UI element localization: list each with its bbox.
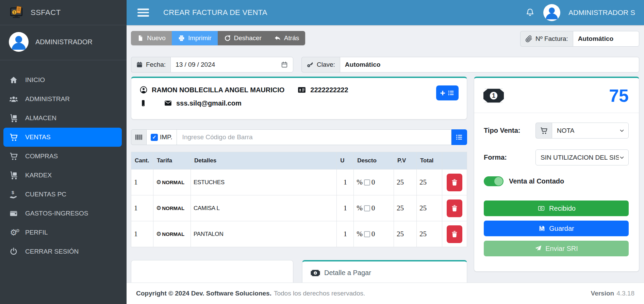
col-cant: Cant. (131, 152, 153, 170)
recibido-button[interactable]: Recibido (484, 201, 629, 216)
atras-button[interactable]: Atrás (268, 31, 305, 45)
sidebar-item-cerrar-sesion[interactable]: CERRAR SESIÓN (3, 242, 122, 261)
date-picker-icon[interactable] (281, 61, 288, 68)
cell-pv: 25 (394, 221, 417, 247)
toolbar-button-group: Nuevo Imprimir Deshacer Atrás (131, 31, 305, 45)
sidebar-item-gastos-ingresos[interactable]: GASTOS-INGRESOS (3, 204, 122, 223)
forma-select[interactable]: SIN UTILIZACION DEL SIS (535, 149, 629, 165)
content: Nuevo Imprimir Deshacer Atrás (127, 25, 644, 283)
user-avatar[interactable] (543, 4, 560, 21)
venta-contado-row: Venta al Contado (484, 176, 629, 186)
cell-pv: 25 (394, 195, 417, 221)
sidebar-item-label: ALMACEN (25, 114, 56, 122)
sidebar-item-inicio[interactable]: INICIO (3, 70, 122, 90)
fecha-input[interactable] (176, 61, 250, 68)
client-email: sss.silq@gmail.com (176, 99, 242, 107)
sidebar-user-panel: ADMINISTRADOR (0, 25, 127, 60)
delete-row-button[interactable] (447, 225, 462, 243)
guardar-button[interactable]: Guardar (484, 221, 629, 236)
id-card-icon (297, 85, 306, 94)
invoice-total: 75 (609, 87, 629, 105)
imp-checkbox-group: ✓ IMP. (147, 129, 177, 145)
client-info: RAMON NOBLECILLA ANGEL MAURICIO 22222222… (139, 85, 348, 112)
detalle-a-pagar-card: 0 Detalle a Pagar (302, 260, 467, 283)
imprimir-button[interactable]: Imprimir (172, 31, 218, 45)
sidebar-item-label: CERRAR SESIÓN (25, 248, 79, 255)
navbar-username[interactable]: ADMINISTRADOR S (568, 9, 635, 17)
brand[interactable]: $ SSFACT (0, 0, 127, 25)
dolly-icon (8, 171, 19, 180)
paperclip-icon (525, 35, 532, 43)
users-icon (8, 94, 19, 104)
brand-name: SSFACT (31, 8, 61, 17)
cell-pv: 25 (394, 170, 417, 195)
deshacer-button[interactable]: Deshacer (218, 31, 268, 45)
gear-icon: ⚙ (156, 231, 161, 237)
tipo-venta-row: Tipo Venta: NOTA (484, 123, 629, 139)
detalle-title: Detalle a Pagar (324, 269, 371, 277)
percent-sign: % (357, 178, 363, 187)
add-client-list-button[interactable]: + (436, 85, 459, 100)
sidebar-item-label: VENTAS (25, 133, 51, 141)
cell-cant: 1 (131, 170, 153, 195)
sidebar-item-label: INICIO (25, 76, 45, 84)
cell-tarifa[interactable]: ⚙NORMAL (153, 195, 191, 221)
gear-icon: ⚙ (156, 179, 161, 185)
svg-text:1: 1 (492, 92, 495, 99)
copyright: Copyright © 2024 Dev. Software Solucione… (136, 290, 365, 297)
sidebar-item-kardex[interactable]: KARDEX (3, 166, 122, 185)
summary-header: 1 75 (474, 78, 639, 113)
barcode-icon (131, 129, 147, 145)
descto-checkbox[interactable] (364, 179, 370, 186)
nuevo-button[interactable]: Nuevo (131, 31, 172, 45)
imp-checkbox[interactable]: ✓ (151, 134, 158, 141)
clave-value[interactable]: Automático (340, 57, 639, 73)
cart-icon (8, 133, 19, 142)
factura-group: Nº Factura: Automático (520, 31, 639, 47)
sidebar-item-compras[interactable]: COMPRAS (3, 147, 122, 166)
delete-row-button[interactable] (447, 174, 462, 191)
sidebar-item-administrar[interactable]: ADMINISTRAR (3, 90, 122, 109)
product-list-button[interactable] (451, 129, 467, 145)
sidebar-item-cuentas-pc[interactable]: $ CUENTAS PC (3, 185, 122, 204)
trash-icon (450, 204, 459, 212)
trash-icon (450, 230, 459, 238)
venta-contado-toggle[interactable] (484, 176, 503, 186)
cell-tarifa[interactable]: ⚙NORMAL (153, 221, 191, 247)
sidebar-item-ventas[interactable]: VENTAS (3, 128, 122, 147)
sidebar-item-almacen[interactable]: ALMACEN (3, 109, 122, 128)
sidebar-item-perfil[interactable]: ⚙ ⚙ PERFIL (3, 223, 122, 242)
cell-tarifa[interactable]: ⚙NORMAL (153, 170, 191, 195)
client-line-1: RAMON NOBLECILLA ANGEL MAURICIO 22222222… (139, 85, 348, 94)
barcode-row: ✓ IMP. (131, 129, 467, 145)
fecha-label: Fecha: (131, 57, 170, 73)
cell-total: 25 (417, 195, 442, 221)
client-name: RAMON NOBLECILLA ANGEL MAURICIO (152, 86, 284, 94)
sidebar-user-name: ADMINISTRADOR (35, 38, 93, 46)
fecha-clave-row: Fecha: Clave: Automático (131, 57, 639, 73)
svg-text:$: $ (11, 190, 14, 195)
cell-detalles: PANTALON (191, 221, 336, 247)
detalle-title-row: 0 Detalle a Pagar (311, 269, 459, 277)
redo-rotate-icon (224, 35, 231, 42)
delete-row-button[interactable] (447, 199, 462, 217)
cell-actions (442, 195, 467, 221)
tipo-venta-select[interactable]: NOTA (552, 123, 629, 139)
sidebar-item-label: KARDEX (25, 172, 52, 179)
descto-checkbox[interactable] (364, 231, 370, 237)
table-row: 1 ⚙NORMAL ESTUCHES 1 %0 25 25 (131, 170, 467, 195)
factura-label: Nº Factura: (520, 31, 573, 47)
descto-checkbox[interactable] (364, 205, 370, 211)
clave-group: Clave: Automático (301, 57, 639, 73)
hamburger-menu-icon[interactable] (137, 9, 149, 17)
calendar-icon (136, 61, 143, 68)
svg-text:0: 0 (315, 271, 316, 274)
summary-body: Tipo Venta: NOTA Forma (474, 113, 639, 271)
barcode-input[interactable] (177, 129, 451, 145)
enviar-sri-button[interactable]: Enviar SRI (484, 241, 629, 256)
user-avatar[interactable] (9, 32, 29, 52)
factura-value[interactable]: Automático (573, 31, 639, 47)
bell-icon[interactable] (525, 7, 535, 18)
mobile-icon (139, 99, 147, 107)
col-actions (442, 152, 467, 170)
